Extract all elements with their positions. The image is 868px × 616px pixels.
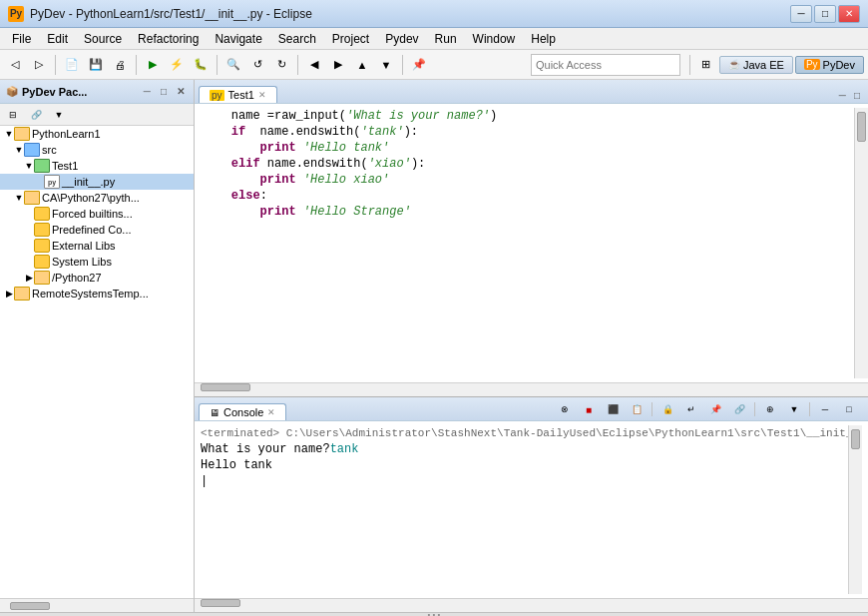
console-h-scrollbar[interactable] xyxy=(195,598,868,612)
console-clear-button[interactable]: ⊗ xyxy=(554,398,576,420)
perspective-pydev[interactable]: Py PyDev xyxy=(795,56,864,74)
menu-project[interactable]: Project xyxy=(324,30,377,48)
left-panel-minimize[interactable]: ─ xyxy=(141,85,154,98)
console-h-scroll-thumb[interactable] xyxy=(201,599,240,607)
console-terminate-button[interactable]: ⬛ xyxy=(602,398,624,420)
editor-h-scroll-thumb[interactable] xyxy=(201,383,250,391)
tree-item-system-libs[interactable]: System Libs xyxy=(0,254,194,270)
console-stop-button[interactable]: ■ xyxy=(578,398,600,420)
minimize-button[interactable]: ─ xyxy=(790,5,812,23)
tree-item-ca-python[interactable]: ▼ CA\Python27\pyth... xyxy=(0,190,194,206)
tb-up[interactable]: ▲ xyxy=(351,54,373,76)
tree-item-init-py[interactable]: py __init__.py xyxy=(0,174,194,190)
editor-tab-test1[interactable]: py Test1 ✕ xyxy=(199,86,277,103)
menu-source[interactable]: Source xyxy=(76,30,130,48)
editor-v-scrollbar[interactable] xyxy=(854,108,868,378)
quick-access-input[interactable] xyxy=(536,59,675,71)
editor-maximize[interactable]: □ xyxy=(850,88,864,103)
editor-h-scrollbar[interactable] xyxy=(195,382,868,396)
tb-forward[interactable]: ▷ xyxy=(28,54,50,76)
quick-access-box[interactable] xyxy=(531,54,680,76)
tb-run[interactable]: ▶ xyxy=(142,54,164,76)
menu-help[interactable]: Help xyxy=(523,30,564,48)
tb-back[interactable]: ◁ xyxy=(4,54,26,76)
tree-item-forced[interactable]: Forced builtins... xyxy=(0,206,194,222)
console-copy-button[interactable]: 📋 xyxy=(626,398,648,420)
tb-debug[interactable]: 🐛 xyxy=(190,54,212,76)
collapse-all-button[interactable]: ⊟ xyxy=(2,104,24,126)
left-panel-h-scrollbar[interactable] xyxy=(0,598,194,612)
console-minimize[interactable]: ─ xyxy=(814,398,836,420)
menu-navigate[interactable]: Navigate xyxy=(207,30,269,48)
tree-item-src[interactable]: ▼ src xyxy=(0,142,194,158)
maximize-button[interactable]: □ xyxy=(814,5,836,23)
tb-save[interactable]: 💾 xyxy=(85,54,107,76)
left-panel-close[interactable]: ✕ xyxy=(174,85,188,98)
console-output[interactable]: <terminated> C:\Users\Administrator\Stas… xyxy=(201,425,848,594)
console-v-scroll-thumb[interactable] xyxy=(851,429,860,449)
tb-down[interactable]: ▼ xyxy=(375,54,397,76)
editor-tab-close[interactable]: ✕ xyxy=(258,90,266,100)
expand-arrow-src[interactable]: ▼ xyxy=(14,145,24,155)
menu-run[interactable]: Run xyxy=(427,30,465,48)
code-area[interactable]: name =raw_input('What is your name?') if… xyxy=(203,108,854,378)
expand-arrow-ca[interactable]: ▼ xyxy=(14,193,24,203)
menu-window[interactable]: Window xyxy=(465,30,524,48)
bottom-dots: • • • xyxy=(428,610,441,616)
console-terminated-line: <terminated> C:\Users\Administrator\Stas… xyxy=(201,425,848,441)
left-panel-toolbar: ⊟ 🔗 ▼ xyxy=(0,104,194,126)
console-tab-close[interactable]: ✕ xyxy=(267,407,275,417)
console-tab[interactable]: 🖥 Console ✕ xyxy=(199,403,286,420)
tb-new[interactable]: 📄 xyxy=(61,54,83,76)
tree-item-external-libs[interactable]: External Libs xyxy=(0,238,194,254)
link-editor-button[interactable]: 🔗 xyxy=(25,104,47,126)
expand-arrow-python27[interactable]: ▶ xyxy=(24,273,34,283)
console-v-scrollbar[interactable] xyxy=(848,425,862,594)
menu-bar: File Edit Source Refactoring Navigate Se… xyxy=(0,28,868,50)
menu-pydev[interactable]: Pydev xyxy=(377,30,426,48)
editor-content: name =raw_input('What is your name?') if… xyxy=(195,104,868,382)
menu-search[interactable]: Search xyxy=(270,30,324,48)
expand-arrow-test1[interactable]: ▼ xyxy=(24,161,34,171)
tb-print[interactable]: 🖨 xyxy=(109,54,131,76)
console-new[interactable]: ⊕ xyxy=(759,398,781,420)
tree-item-test1[interactable]: ▼ Test1 xyxy=(0,158,194,174)
tree-item-pythonlearn1[interactable]: ▼ PythonLearn1 xyxy=(0,126,194,142)
tb-ref2[interactable]: ↻ xyxy=(270,54,292,76)
menu-file[interactable]: File xyxy=(4,30,39,48)
left-panel-maximize[interactable]: □ xyxy=(158,85,170,98)
tb-search[interactable]: 🔍 xyxy=(222,54,244,76)
python-file-icon-init: py xyxy=(44,175,60,189)
tb-next[interactable]: ▶ xyxy=(327,54,349,76)
menu-edit[interactable]: Edit xyxy=(39,30,76,48)
tree-item-predefined[interactable]: Predefined Co... xyxy=(0,222,194,238)
tb-run2[interactable]: ⚡ xyxy=(166,54,188,76)
console-scroll-lock[interactable]: 🔒 xyxy=(656,398,678,420)
console-link[interactable]: 🔗 xyxy=(728,398,750,420)
console-menu[interactable]: ▼ xyxy=(783,398,805,420)
expand-arrow-pythonlearn1[interactable]: ▼ xyxy=(4,129,14,139)
code-line-6: else: xyxy=(203,188,854,204)
tree-item-remote[interactable]: ▶ RemoteSystemsTemp... xyxy=(0,286,194,302)
open-perspective-button[interactable]: ⊞ xyxy=(695,54,717,76)
tb-ref1[interactable]: ↺ xyxy=(246,54,268,76)
console-word-wrap[interactable]: ↵ xyxy=(680,398,702,420)
jar-icon-predefined xyxy=(34,223,50,237)
tree-item-python27[interactable]: ▶ /Python27 xyxy=(0,270,194,286)
arrow-init-py xyxy=(34,177,44,187)
menu-refactoring[interactable]: Refactoring xyxy=(130,30,207,48)
console-maximize[interactable]: □ xyxy=(838,398,860,420)
perspective-java-ee[interactable]: ☕ Java EE xyxy=(719,56,793,74)
h-scroll-thumb[interactable] xyxy=(10,602,50,610)
java-ee-icon: ☕ xyxy=(728,59,740,70)
expand-arrow-remote[interactable]: ▶ xyxy=(4,289,14,299)
v-scroll-thumb[interactable] xyxy=(857,112,866,142)
tb-prev[interactable]: ◀ xyxy=(303,54,325,76)
editor-minimize[interactable]: ─ xyxy=(835,88,850,103)
package-icon-test1 xyxy=(34,159,50,173)
panel-menu-button[interactable]: ▼ xyxy=(48,104,70,126)
console-pin[interactable]: 📌 xyxy=(704,398,726,420)
folder-icon-remote xyxy=(14,287,30,301)
close-button[interactable]: ✕ xyxy=(838,5,860,23)
tb-pin[interactable]: 📌 xyxy=(408,54,430,76)
